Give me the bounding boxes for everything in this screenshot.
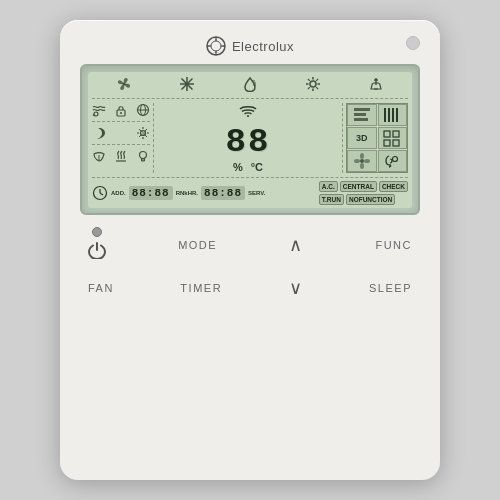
icon-row-top (92, 76, 408, 99)
svg-line-20 (308, 79, 310, 81)
sleep-label: SLEEP (369, 282, 412, 294)
temp-unit: °C (251, 161, 263, 173)
screen-mid: M (92, 103, 408, 173)
presence-icon (368, 76, 384, 95)
svg-line-23 (308, 87, 310, 89)
svg-point-25 (94, 112, 98, 116)
left-icons-row2: M (92, 126, 150, 145)
power-button[interactable] (88, 241, 106, 263)
mode-label: MODE (178, 239, 217, 251)
fan-icon (116, 76, 132, 95)
screen-center: 88 % °C (153, 103, 343, 173)
check-button[interactable]: CHECK (379, 181, 408, 192)
thermostat-device: Electrolux (60, 20, 440, 480)
lock-icon (114, 103, 128, 119)
water-drop-icon (242, 76, 258, 95)
brand-logo-icon (206, 36, 226, 56)
button-row-1: MODE ∧ FUNC (80, 227, 420, 263)
temperature-digits: 88 (226, 125, 271, 159)
rnkhr-label: RNkHR. (176, 190, 198, 196)
svg-point-11 (185, 83, 188, 86)
left-icons-row3 (92, 149, 150, 165)
svg-line-21 (316, 87, 318, 89)
left-icons-row1 (92, 103, 150, 122)
svg-point-57 (364, 159, 370, 163)
right-cell-2 (378, 104, 408, 126)
svg-point-53 (360, 159, 364, 163)
power-icon (88, 241, 106, 263)
globe-icon (136, 103, 150, 119)
right-cell-3d: 3D (347, 127, 377, 149)
svg-rect-49 (384, 131, 390, 137)
seg-display-2: 88:88 (201, 186, 245, 200)
right-cell-6 (378, 150, 408, 172)
status-buttons: A.C. CENTRAL CHECK T.RUN NOFUNCTION (319, 181, 408, 205)
svg-rect-43 (354, 113, 366, 116)
ac-button[interactable]: A.C. (319, 181, 338, 192)
unit-row: % °C (233, 161, 263, 173)
humidity-unit: % (233, 161, 243, 173)
seg-display-1: 88:88 (129, 186, 173, 200)
sun-icon (305, 76, 321, 95)
right-icon-grid: 3D (346, 103, 408, 173)
svg-point-1 (211, 41, 221, 51)
trun-button[interactable]: T.RUN (319, 194, 344, 205)
fan-label: FAN (88, 282, 114, 294)
svg-point-56 (354, 159, 360, 163)
status-buttons-row2: T.RUN NOFUNCTION (319, 194, 408, 205)
svg-point-6 (122, 83, 125, 86)
button-row-2: FAN TIMER ∨ SLEEP (80, 277, 420, 299)
right-cell-1 (347, 104, 377, 126)
svg-point-15 (310, 81, 316, 87)
brand-name: Electrolux (232, 39, 294, 54)
screen-right: 3D (346, 103, 408, 173)
svg-rect-44 (354, 118, 368, 121)
svg-line-61 (100, 193, 103, 195)
screen-inner: M (88, 72, 412, 208)
svg-rect-52 (393, 140, 399, 146)
wifi-icon (239, 103, 257, 121)
mode-button[interactable]: MODE (178, 239, 217, 251)
timer-label: TIMER (180, 282, 222, 294)
moon-icon (92, 126, 106, 142)
sleep-button[interactable]: SLEEP (369, 282, 412, 294)
serv-label: SERV. (248, 190, 265, 196)
down-button[interactable]: ∨ (289, 277, 303, 299)
nofunction-button[interactable]: NOFUNCTION (346, 194, 395, 205)
func-label: FUNC (375, 239, 412, 251)
bulb-icon (136, 149, 150, 165)
svg-rect-42 (354, 108, 370, 111)
fan-button[interactable]: FAN (88, 282, 114, 294)
add-label: ADD. (111, 190, 126, 196)
svg-point-27 (120, 112, 122, 114)
svg-point-41 (247, 115, 249, 117)
svg-rect-50 (393, 131, 399, 137)
down-chevron-icon: ∨ (289, 277, 303, 299)
right-cell-4 (378, 127, 408, 149)
snowflake-icon (179, 76, 195, 95)
buttons-area: MODE ∧ FUNC FAN TIMER ∨ (80, 227, 420, 299)
top-bar: Electrolux (80, 36, 420, 56)
top-indicator-light (406, 36, 420, 50)
func-button[interactable]: FUNC (375, 239, 412, 251)
power-indicator-dot (92, 227, 102, 237)
timer-button[interactable]: TIMER (180, 282, 222, 294)
up-chevron-icon: ∧ (289, 234, 303, 256)
svg-rect-51 (384, 140, 390, 146)
svg-point-58 (393, 157, 398, 162)
lcd-screen: M (80, 64, 420, 215)
power-indicator-container (88, 227, 106, 263)
svg-point-39 (140, 152, 147, 159)
right-cell-5 (347, 150, 377, 172)
wind-icon (92, 103, 106, 119)
brand: Electrolux (206, 36, 294, 56)
up-button[interactable]: ∧ (289, 234, 303, 256)
svg-text:M: M (142, 130, 146, 136)
svg-line-22 (316, 79, 318, 81)
screen-left: M (92, 103, 150, 173)
svg-point-55 (360, 163, 364, 169)
status-buttons-row1: A.C. CENTRAL CHECK (319, 181, 408, 192)
clock-icon (92, 185, 108, 202)
central-button[interactable]: CENTRAL (340, 181, 377, 192)
leaf-icon (92, 149, 106, 165)
